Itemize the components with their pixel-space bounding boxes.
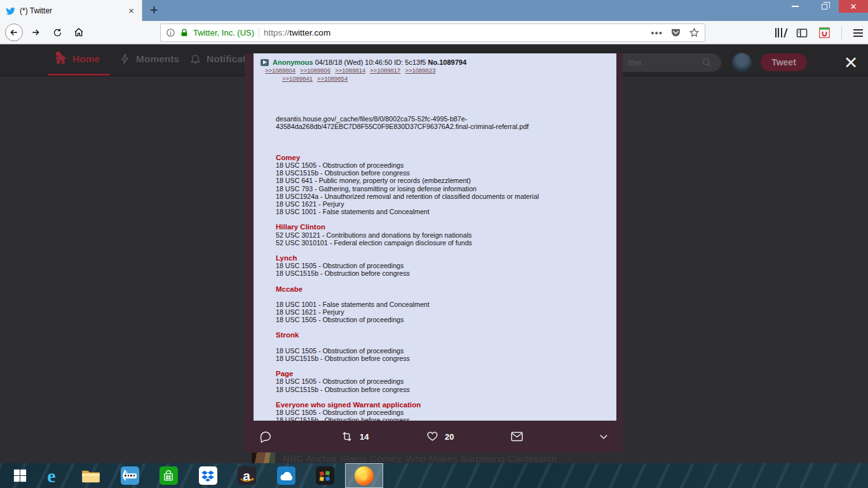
post-screenshot-image[interactable]: Anonymous 04/18/18 (Wed) 10:46:50 ID: 5c… (254, 53, 616, 421)
url-text[interactable]: https://twitter.com (264, 28, 646, 37)
amazon-icon[interactable]: a (232, 463, 261, 488)
timeline-tweet-peek[interactable]: NBC Anchor Slams Comey, Who Makes Surpri… (252, 452, 627, 463)
window-close-button[interactable]: ✕ (839, 0, 868, 13)
charge-section: Everyone who signed Warrant application1… (276, 401, 616, 421)
charge-section: Mccabe18 USC 1001 - False statements and… (276, 285, 616, 324)
tab-close-icon[interactable]: × (126, 5, 137, 16)
more-chevron-icon[interactable] (598, 421, 609, 452)
start-button[interactable] (5, 463, 34, 488)
back-button[interactable] (5, 24, 23, 41)
charge-section: Hillary Clinton52 USC 30121 - Contributi… (276, 223, 616, 247)
tweet-button[interactable]: Tweet (761, 53, 807, 71)
charge-section: Comey18 USC 1505 - Obstruction of procee… (276, 154, 616, 216)
nav-item-moments[interactable]: Moments (119, 52, 179, 65)
password-manager-icon[interactable] (115, 463, 144, 488)
bookmark-star-icon[interactable] (689, 27, 700, 38)
section-heading: Lynch (276, 254, 616, 262)
charge-line: 18 USC 641 - Public money, property or r… (276, 177, 616, 184)
backlink[interactable]: >>1089814 (335, 67, 365, 74)
backlink[interactable]: >>1089841 (282, 75, 313, 82)
poster-name: Anonymous (273, 58, 313, 66)
charge-section: Lynch18 USC 1505 - Obstruction of procee… (276, 254, 616, 278)
direct-message-button[interactable] (510, 421, 524, 452)
section-heading: Stronk (276, 331, 616, 339)
charge-line: 52 USC 30121 - Contributions and donatio… (276, 231, 616, 239)
internet-explorer-icon[interactable]: e (37, 463, 66, 488)
browser-toolbar: Twitter, Inc. (US) https://twitter.com •… (0, 21, 868, 44)
restore-icon (822, 4, 827, 10)
url-bar[interactable]: Twitter, Inc. (US) https://twitter.com •… (160, 24, 705, 42)
section-heading: Everyone who signed Warrant application (276, 401, 616, 409)
page-actions-icon[interactable]: ••• (651, 27, 663, 38)
backlink[interactable]: >>1089806 (300, 67, 330, 74)
tweet-action-bar: 14 20 (245, 421, 623, 452)
backlinks-row: >>1089841>>1089854 (278, 74, 616, 83)
browser-titlebar: (*) Twitter × + ✕ (0, 0, 868, 21)
cloud-app-icon[interactable] (271, 463, 301, 488)
profile-avatar[interactable] (732, 53, 752, 72)
tweet-headline: NBC Anchor Slams Comey, Who Makes Surpri… (283, 452, 557, 463)
pocket-icon[interactable] (670, 27, 681, 38)
library-icon[interactable] (775, 28, 785, 37)
expand-play-icon (261, 59, 269, 66)
charge-line: 52 USC 3010101 - Federal election campai… (276, 239, 616, 247)
charge-line: 18 USC 1621 - Perjury (276, 200, 616, 208)
tweet-thumbnail (252, 452, 275, 463)
pdf-link: desantis.house.gov/_cache/files/8/0/8002… (276, 115, 616, 130)
search-placeholder: itter (628, 58, 642, 67)
charge-line: 18 USC1515b - Obstruction before congres… (276, 386, 616, 393)
backlink[interactable]: >>1089854 (317, 75, 348, 82)
windows-store-icon[interactable] (154, 463, 183, 488)
nav-label: Home (72, 53, 100, 65)
charge-line: 18 USC 1505 - Obstruction of proceedings (276, 409, 616, 416)
url-divider (259, 28, 259, 38)
nav-item-home[interactable]: Home (54, 52, 100, 65)
section-heading: Page (276, 370, 616, 377)
charge-line: 18 USC 1505 - Obstruction of proceedings (276, 161, 616, 169)
section-heading: Hillary Clinton (276, 223, 616, 231)
charge-line: 18 USC 793 - Gathering, transmitting or … (276, 185, 616, 193)
charge-section: Stronk18 USC 1505 - Obstruction of proce… (276, 331, 616, 362)
new-tab-button[interactable]: + (150, 3, 158, 17)
charge-line: 18 USC 1621 - Perjury (276, 308, 616, 316)
adblock-extension-icon[interactable] (819, 27, 830, 38)
modal-close-icon[interactable]: ✕ (841, 53, 860, 72)
charge-line: 18 USC 1505 - Obstruction of proceedings (276, 347, 616, 355)
puzzle-app-icon[interactable] (310, 463, 339, 488)
toolbar-separator (841, 27, 842, 39)
browser-tab[interactable]: (*) Twitter × (0, 0, 142, 21)
windows-taskbar: e a ? (0, 463, 868, 488)
section-heading: Mccabe (276, 285, 616, 293)
pdf-link-line: 43584da268db/472EBC7D8F55C0F9E830D37CF96… (276, 123, 616, 130)
home-button[interactable] (70, 24, 88, 41)
charge-section: Page18 USC 1505 - Obstruction of proceed… (276, 370, 616, 393)
reload-button[interactable] (48, 24, 66, 41)
window-minimize-button[interactable] (780, 0, 810, 13)
twitter-favicon (5, 6, 15, 16)
charge-line: 18 USC1515b - Obstruction before congres… (276, 416, 616, 421)
backlink[interactable]: >>1089804 (265, 67, 295, 74)
minimize-icon (792, 6, 799, 7)
nav-label: Moments (136, 53, 179, 65)
file-explorer-icon[interactable] (76, 463, 105, 488)
page-info-icon[interactable] (166, 28, 175, 37)
post-header: Anonymous 04/18/18 (Wed) 10:46:50 ID: 5c… (261, 58, 616, 83)
retweet-button[interactable]: 14 (340, 421, 369, 452)
backlink[interactable]: >>1089823 (405, 67, 435, 74)
section-heading: Comey (276, 154, 616, 161)
menu-hamburger-icon[interactable] (853, 29, 863, 37)
backlink[interactable]: >>1089817 (370, 67, 400, 74)
reply-button[interactable] (259, 421, 272, 452)
dropbox-icon[interactable] (193, 463, 222, 488)
window-restore-button[interactable] (810, 0, 839, 13)
charge-line: 18 USC 1001 - False statements and Conce… (276, 301, 616, 308)
active-tab-underline (48, 74, 110, 76)
sidebar-icon[interactable] (796, 28, 808, 38)
forward-button[interactable] (27, 24, 44, 41)
ssl-lock-icon[interactable] (180, 29, 189, 37)
like-button[interactable]: 20 (426, 421, 454, 452)
site-identity-label[interactable]: Twitter, Inc. (US) (193, 28, 254, 37)
twitter-page-dimmed: Home Moments Notificatio itter Tweet ✕ A… (0, 44, 868, 463)
firefox-icon[interactable] (345, 463, 383, 488)
charge-line: 18 USC1515b - Obstruction before congres… (276, 355, 616, 362)
